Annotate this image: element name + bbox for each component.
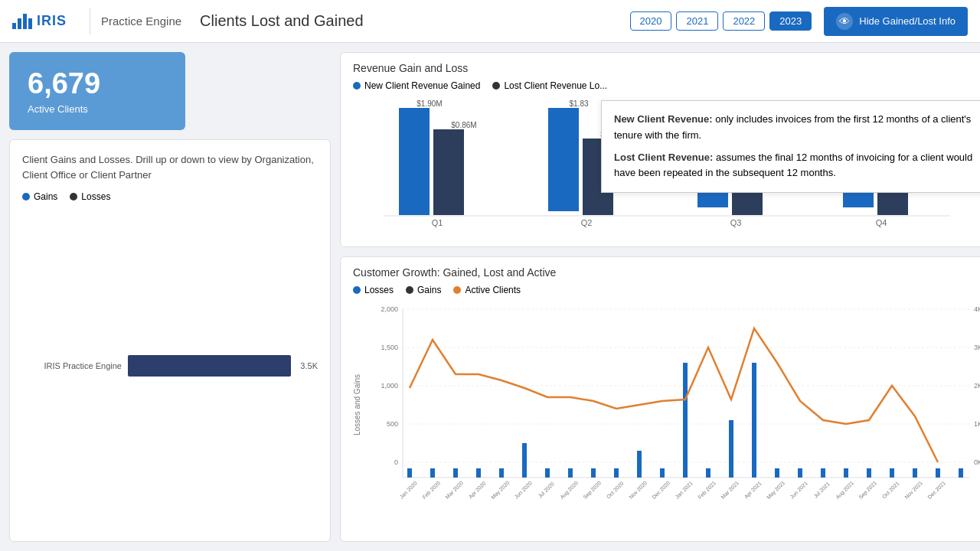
losses-growth-label: Losses (364, 285, 394, 295)
svg-rect-3 (433, 129, 464, 215)
svg-text:Apr 2021: Apr 2021 (743, 481, 763, 500)
svg-text:2,000: 2,000 (381, 305, 398, 313)
bar-label: IRIS Practice Engine (22, 361, 122, 370)
losses-legend: Losses (70, 191, 110, 202)
svg-rect-46 (637, 451, 642, 478)
svg-text:Oct 2021: Oct 2021 (881, 481, 900, 500)
svg-text:Apr 2020: Apr 2020 (468, 481, 488, 500)
svg-text:Jul 2021: Jul 2021 (812, 481, 831, 499)
gains-dot (22, 193, 30, 201)
info-card: Client Gains and Losses. Drill up or dow… (9, 139, 331, 542)
svg-text:May 2020: May 2020 (490, 480, 511, 500)
gained-label: New Client Revenue Gained (364, 80, 480, 91)
gains-legend: Gains (22, 191, 57, 202)
svg-text:May 2021: May 2021 (766, 480, 786, 500)
gains-label: Gains (34, 191, 57, 202)
svg-rect-55 (844, 468, 848, 478)
svg-text:Mar 2020: Mar 2020 (444, 480, 464, 500)
svg-text:Q1: Q1 (432, 218, 443, 227)
svg-text:Jun 2021: Jun 2021 (789, 481, 808, 500)
bar-value: 3.5K (300, 361, 318, 370)
lost-label: Lost Client Revenue Lo... (504, 80, 607, 91)
svg-rect-45 (614, 468, 619, 478)
svg-text:Jan 2021: Jan 2021 (675, 481, 694, 500)
svg-text:Jul 2020: Jul 2020 (537, 481, 555, 499)
svg-text:1,500: 1,500 (381, 344, 398, 351)
svg-rect-6 (548, 108, 579, 211)
bar-track (128, 355, 291, 377)
active-clients-label: Active Clients (28, 103, 167, 115)
main-content: 6,679 Active Clients Client Gains and Lo… (0, 43, 980, 551)
svg-rect-51 (752, 363, 756, 478)
tooltip-new-client: New Client Revenue: only includes invoic… (614, 112, 980, 144)
svg-rect-59 (936, 468, 940, 478)
left-panel: 6,679 Active Clients Client Gains and Lo… (9, 52, 331, 542)
iris-bars-icon (12, 14, 32, 29)
customer-growth-card: Customer Growth: Gained, Lost and Active… (340, 256, 980, 542)
y-left-label: Losses and Gains (353, 374, 361, 435)
svg-text:Nov 2020: Nov 2020 (628, 480, 648, 500)
svg-rect-40 (499, 468, 504, 478)
active-clients-card: 6,679 Active Clients (9, 52, 185, 130)
svg-text:Aug 2020: Aug 2020 (559, 480, 580, 500)
svg-rect-48 (683, 363, 688, 478)
svg-text:$1.90M: $1.90M (416, 99, 442, 108)
eye-icon: 👁 (836, 13, 853, 30)
legend: Gains Losses (22, 191, 318, 202)
svg-rect-53 (798, 468, 802, 478)
growth-chart-svg: 2,000 1,500 1,000 500 0 4K 3K 2K 1K 0K (364, 302, 980, 508)
svg-rect-60 (959, 468, 963, 478)
svg-text:Q4: Q4 (876, 218, 887, 227)
svg-text:Feb 2021: Feb 2021 (697, 480, 717, 500)
svg-rect-37 (430, 468, 435, 478)
svg-text:Dec 2020: Dec 2020 (651, 480, 671, 500)
revenue-gained-legend: New Client Revenue Gained (353, 80, 480, 91)
active-growth-label: Active Clients (465, 285, 521, 295)
tooltip-overlay: New Client Revenue: only includes invoic… (601, 100, 980, 193)
svg-rect-41 (522, 443, 527, 478)
svg-text:4K: 4K (974, 305, 980, 313)
active-growth-dot (453, 286, 461, 294)
growth-chart-area: Losses and Gains 2,000 1,500 1,000 500 (353, 302, 980, 508)
hide-gained-lost-button[interactable]: 👁 Hide Gained/Lost Info (824, 7, 968, 36)
bar-row: IRIS Practice Engine 3.5K (22, 355, 318, 377)
page-title: Clients Lost and Gained (200, 12, 629, 30)
iris-logo: IRIS (12, 13, 67, 29)
year-btn-2023[interactable]: 2023 (769, 11, 812, 31)
svg-text:500: 500 (387, 420, 398, 428)
gains-growth-dot (406, 286, 413, 294)
svg-rect-54 (821, 468, 825, 478)
svg-rect-52 (775, 468, 779, 478)
header-divider (90, 8, 90, 35)
losses-label: Losses (81, 191, 110, 202)
svg-rect-43 (568, 468, 573, 478)
tooltip-lost-client-bold: Lost Client Revenue: (614, 152, 713, 163)
active-clients-number: 6,679 (28, 67, 167, 100)
iris-logo-text: IRIS (37, 13, 67, 29)
header: IRIS Practice Engine Clients Lost and Ga… (0, 0, 980, 43)
svg-text:0K: 0K (974, 458, 980, 466)
svg-rect-39 (476, 468, 481, 478)
losses-growth-dot (353, 286, 361, 294)
svg-rect-50 (729, 420, 733, 478)
year-btn-2020[interactable]: 2020 (630, 11, 672, 31)
year-btn-2021[interactable]: 2021 (676, 11, 718, 31)
revenue-chart-card: Revenue Gain and Loss New Client Revenue… (340, 52, 980, 247)
practice-engine-label: Practice Engine (101, 15, 181, 28)
svg-rect-36 (407, 468, 412, 478)
svg-text:Jan 2020: Jan 2020 (399, 481, 418, 500)
svg-rect-44 (591, 468, 596, 478)
svg-text:Sep 2021: Sep 2021 (858, 480, 878, 500)
svg-rect-42 (545, 468, 550, 478)
year-btn-2022[interactable]: 2022 (723, 11, 765, 31)
svg-rect-58 (913, 468, 917, 478)
svg-text:Feb 2020: Feb 2020 (421, 480, 441, 500)
svg-text:Aug 2021: Aug 2021 (835, 480, 855, 500)
growth-legend: Losses Gains Active Clients (353, 285, 980, 295)
svg-text:0: 0 (394, 458, 398, 466)
revenue-lost-legend: Lost Client Revenue Lo... (492, 80, 607, 91)
svg-text:Q3: Q3 (730, 218, 742, 227)
svg-text:Sep 2020: Sep 2020 (582, 480, 603, 500)
growth-chart-title: Customer Growth: Gained, Lost and Active (353, 266, 980, 279)
svg-rect-56 (867, 468, 871, 478)
